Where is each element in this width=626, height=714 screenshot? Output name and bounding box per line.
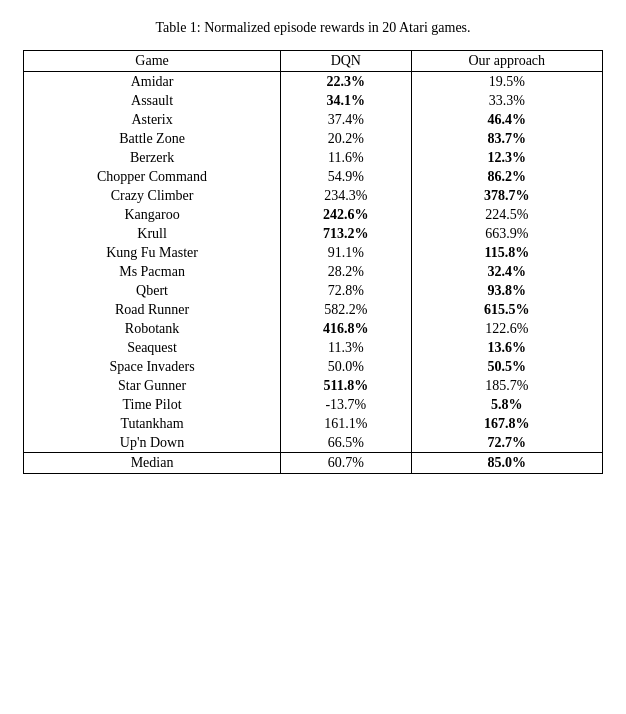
col-our-header: Our approach [411,51,602,72]
table-footer-row: Median 60.7% 85.0% [24,453,603,474]
footer-our: 85.0% [411,453,602,474]
table-row: Tutankham161.1%167.8% [24,414,603,433]
table-row: Robotank416.8%122.6% [24,319,603,338]
results-table: Game DQN Our approach Amidar22.3%19.5%As… [23,50,603,474]
cell-game: Kung Fu Master [24,243,281,262]
cell-our: 615.5% [411,300,602,319]
cell-our: 13.6% [411,338,602,357]
cell-dqn: 50.0% [281,357,411,376]
cell-our: 93.8% [411,281,602,300]
cell-game: Asterix [24,110,281,129]
cell-our: 50.5% [411,357,602,376]
table-row: Krull713.2%663.9% [24,224,603,243]
table-row: Kung Fu Master91.1%115.8% [24,243,603,262]
cell-dqn: 37.4% [281,110,411,129]
cell-our: 33.3% [411,91,602,110]
cell-our: 86.2% [411,167,602,186]
cell-our: 72.7% [411,433,602,453]
cell-dqn: 20.2% [281,129,411,148]
cell-game: Road Runner [24,300,281,319]
table-row: Time Pilot-13.7%5.8% [24,395,603,414]
cell-game: Space Invaders [24,357,281,376]
table-row: Chopper Command54.9%86.2% [24,167,603,186]
cell-our: 32.4% [411,262,602,281]
cell-game: Qbert [24,281,281,300]
col-dqn-header: DQN [281,51,411,72]
cell-our: 224.5% [411,205,602,224]
cell-our: 115.8% [411,243,602,262]
cell-dqn: 34.1% [281,91,411,110]
cell-dqn: 416.8% [281,319,411,338]
cell-game: Tutankham [24,414,281,433]
cell-game: Berzerk [24,148,281,167]
cell-our: 663.9% [411,224,602,243]
cell-dqn: 66.5% [281,433,411,453]
footer-dqn: 60.7% [281,453,411,474]
table-container: Game DQN Our approach Amidar22.3%19.5%As… [23,50,603,474]
table-row: Road Runner582.2%615.5% [24,300,603,319]
cell-our: 46.4% [411,110,602,129]
table-row: Seaquest11.3%13.6% [24,338,603,357]
cell-game: Ms Pacman [24,262,281,281]
cell-dqn: 161.1% [281,414,411,433]
cell-dqn: 91.1% [281,243,411,262]
table-header-row: Game DQN Our approach [24,51,603,72]
cell-our: 167.8% [411,414,602,433]
table-row: Battle Zone20.2%83.7% [24,129,603,148]
cell-dqn: 11.6% [281,148,411,167]
cell-our: 122.6% [411,319,602,338]
cell-dqn: 54.9% [281,167,411,186]
cell-game: Chopper Command [24,167,281,186]
cell-game: Star Gunner [24,376,281,395]
table-row: Up'n Down66.5%72.7% [24,433,603,453]
cell-game: Seaquest [24,338,281,357]
table-row: Assault34.1%33.3% [24,91,603,110]
table-row: Space Invaders50.0%50.5% [24,357,603,376]
table-row: Amidar22.3%19.5% [24,72,603,92]
cell-dqn: 713.2% [281,224,411,243]
cell-dqn: 22.3% [281,72,411,92]
cell-dqn: 242.6% [281,205,411,224]
cell-our: 19.5% [411,72,602,92]
cell-our: 83.7% [411,129,602,148]
cell-game: Crazy Climber [24,186,281,205]
cell-dqn: 72.8% [281,281,411,300]
cell-our: 12.3% [411,148,602,167]
footer-label: Median [24,453,281,474]
cell-dqn: -13.7% [281,395,411,414]
table-row: Crazy Climber234.3%378.7% [24,186,603,205]
table-row: Kangaroo242.6%224.5% [24,205,603,224]
cell-game: Up'n Down [24,433,281,453]
cell-game: Robotank [24,319,281,338]
table-row: Star Gunner511.8%185.7% [24,376,603,395]
cell-game: Krull [24,224,281,243]
cell-game: Kangaroo [24,205,281,224]
cell-our: 378.7% [411,186,602,205]
cell-game: Time Pilot [24,395,281,414]
table-row: Asterix37.4%46.4% [24,110,603,129]
table-row: Ms Pacman28.2%32.4% [24,262,603,281]
cell-dqn: 234.3% [281,186,411,205]
cell-our: 5.8% [411,395,602,414]
cell-game: Assault [24,91,281,110]
cell-our: 185.7% [411,376,602,395]
cell-dqn: 511.8% [281,376,411,395]
table-title: Table 1: Normalized episode rewards in 2… [155,20,470,36]
cell-dqn: 582.2% [281,300,411,319]
table-body: Amidar22.3%19.5%Assault34.1%33.3%Asterix… [24,72,603,453]
table-row: Berzerk11.6%12.3% [24,148,603,167]
cell-dqn: 28.2% [281,262,411,281]
cell-game: Battle Zone [24,129,281,148]
cell-dqn: 11.3% [281,338,411,357]
cell-game: Amidar [24,72,281,92]
col-game-header: Game [24,51,281,72]
table-row: Qbert72.8%93.8% [24,281,603,300]
